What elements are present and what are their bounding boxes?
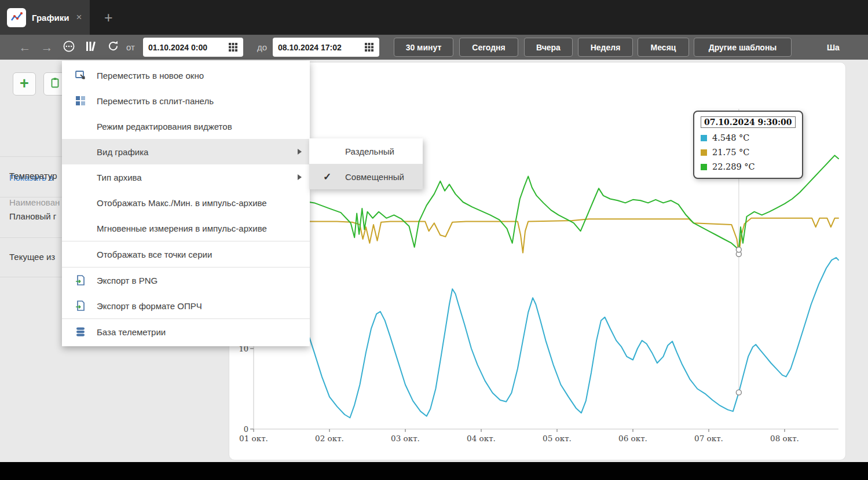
series-row-planned[interactable]: Плановый г: [9, 211, 56, 221]
series-color-swatch: [701, 149, 707, 156]
library-panel-button[interactable]: [81, 35, 101, 60]
menu-item-export-png[interactable]: Экспорт в PNG: [62, 268, 310, 293]
svg-text:07 окт.: 07 окт.: [694, 434, 723, 443]
tooltip-value: 21.75 °C: [712, 148, 749, 157]
library-icon: [85, 41, 97, 54]
range-month-button[interactable]: Месяц: [638, 38, 689, 57]
from-label: от: [126, 35, 135, 60]
export-file-icon: [75, 274, 86, 286]
arrow-left-icon: ←: [19, 41, 31, 53]
range-30min-button[interactable]: 30 минут: [394, 38, 453, 57]
series-color-swatch: [701, 135, 707, 141]
plus-icon: +: [20, 76, 29, 91]
menu-item-move-to-split-panel[interactable]: Переместить в сплит-панель: [62, 88, 310, 113]
range-week-button[interactable]: Неделя: [578, 38, 633, 57]
tab-close-icon[interactable]: ×: [76, 12, 82, 23]
tab-charts[interactable]: Графики ×: [0, 0, 90, 35]
series-color-swatch: [701, 164, 707, 170]
tooltip-timestamp: 07.10.2024 9:30:00: [701, 116, 796, 128]
svg-text:0: 0: [244, 425, 248, 434]
svg-text:05 окт.: 05 окт.: [543, 434, 572, 443]
chart-tooltip: 07.10.2024 9:30:00 4.548 °C 21.75 °C 22.…: [693, 111, 803, 179]
browser-tab-bar: Графики × +: [0, 0, 868, 35]
svg-text:06 окт.: 06 окт.: [618, 434, 647, 443]
range-today-button[interactable]: Сегодня: [459, 38, 518, 57]
menu-item-export-oprch[interactable]: Экспорт в формате ОПРЧ: [62, 293, 310, 318]
icon-spacer: [75, 171, 86, 183]
tab-title: Графики: [32, 13, 69, 23]
menu-item-move-to-new-window[interactable]: Переместить в новое окно: [62, 63, 310, 88]
chart-view-submenu: Раздельный ✓ Совмещенный: [309, 138, 423, 189]
refresh-icon: [107, 40, 119, 54]
submenu-item-label: Совмещенный: [345, 172, 404, 182]
database-icon: [75, 326, 86, 338]
icon-spacer: [75, 146, 86, 157]
clipboard-icon: [49, 77, 61, 91]
icon-spacer: [75, 197, 86, 208]
menu-item-widget-edit-mode[interactable]: Режим редактирования виджетов: [62, 113, 310, 139]
series-row-temperature[interactable]: Температур: [9, 171, 57, 181]
toolbar: ← →: [0, 35, 868, 60]
new-tab-button[interactable]: +: [97, 0, 120, 35]
date-to-value: 08.10.2024 17:02: [278, 43, 342, 52]
tooltip-value: 4.548 °C: [712, 133, 749, 142]
templates-partial-text: Ша: [827, 35, 840, 60]
arrow-right-icon: →: [41, 41, 53, 53]
icon-spacer: [75, 120, 86, 132]
svg-text:03 окт.: 03 окт.: [391, 434, 420, 443]
menu-item-show-max-min-impulse[interactable]: Отображать Макс./Мин. в импульс-архиве: [62, 190, 310, 215]
app-screen: Графики × + ← →: [0, 0, 868, 480]
menu-item-instant-measurements-impulse[interactable]: Мгновенные измерения в импульс-архиве: [62, 215, 310, 241]
series-row-current[interactable]: Текущее из: [9, 252, 55, 262]
more-options-button[interactable]: [59, 35, 79, 60]
to-label: до: [257, 35, 267, 60]
export-file-icon: [75, 300, 86, 312]
check-icon: ✓: [323, 171, 338, 183]
svg-text:04 окт.: 04 окт.: [467, 434, 496, 443]
ellipsis-circle-icon: [63, 40, 75, 55]
add-series-button[interactable]: +: [13, 72, 36, 96]
range-yesterday-button[interactable]: Вчера: [524, 38, 573, 57]
split-panel-icon: [75, 95, 86, 107]
menu-item-show-all-series-points[interactable]: Отображать все точки серии: [62, 241, 310, 267]
tooltip-entry: 21.75 °C: [701, 148, 796, 157]
menu-item-archive-type[interactable]: Тип архива: [62, 164, 310, 190]
svg-text:02 окт.: 02 окт.: [315, 434, 344, 443]
refresh-button[interactable]: [103, 35, 123, 60]
other-templates-button[interactable]: Другие шаблоны: [694, 38, 792, 57]
submenu-item-combined[interactable]: ✓ Совмещенный: [309, 164, 423, 189]
app-logo-icon: [7, 8, 26, 27]
menu-item-telemetry-database[interactable]: База телеметрии: [62, 319, 310, 345]
tooltip-value: 22.289 °C: [712, 162, 755, 171]
submenu-item-label: Раздельный: [345, 146, 394, 156]
chart-context-menu: Переместить в новое окно Переместить в с…: [62, 61, 310, 346]
tooltip-entry: 4.548 °C: [701, 133, 796, 142]
submenu-item-separate[interactable]: Раздельный: [309, 138, 423, 164]
back-button[interactable]: ←: [15, 35, 35, 60]
tooltip-entry: 22.289 °C: [701, 162, 796, 171]
date-from-value: 01.10.2024 0:00: [148, 43, 207, 52]
svg-text:01 окт.: 01 окт.: [239, 434, 268, 443]
calendar-icon[interactable]: [364, 42, 374, 52]
icon-spacer: [75, 222, 86, 234]
open-in-new-window-icon: [75, 69, 86, 81]
icon-spacer: [75, 248, 86, 260]
name-column-header: Наименован: [9, 197, 60, 207]
forward-button[interactable]: →: [37, 35, 57, 60]
submenu-arrow-icon: [298, 174, 302, 180]
menu-item-chart-view[interactable]: Вид графика: [62, 139, 310, 164]
date-to-input[interactable]: 08.10.2024 17:02: [273, 38, 379, 57]
date-from-input[interactable]: 01.10.2024 0:00: [143, 38, 243, 57]
calendar-icon[interactable]: [228, 42, 238, 52]
svg-text:08 окт.: 08 окт.: [770, 434, 799, 443]
bottom-bar: [0, 462, 868, 480]
submenu-arrow-icon: [298, 149, 302, 155]
